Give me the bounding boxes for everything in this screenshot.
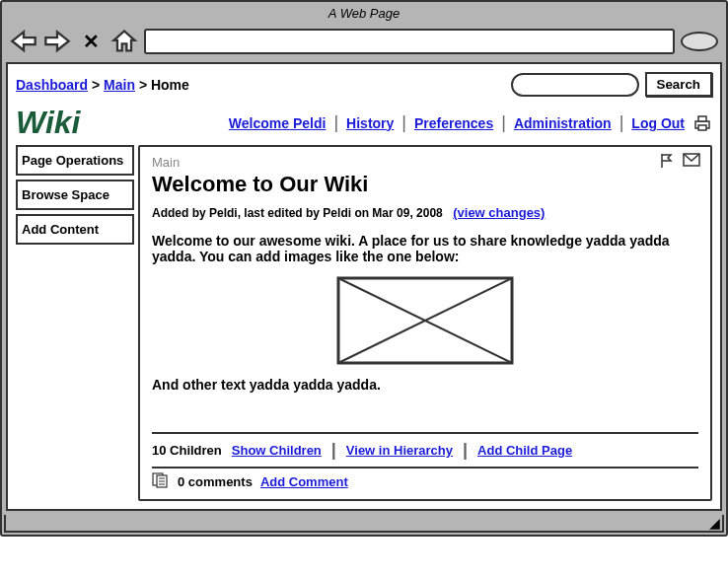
chevron-icon: > — [139, 77, 151, 93]
comments-count: 0 comments — [178, 474, 253, 489]
comments-row: 0 comments Add Comment — [152, 467, 698, 491]
browser-toolbar: ✕ — [2, 25, 726, 58]
resize-grip-icon[interactable]: ◢ — [709, 515, 720, 531]
nav-welcome[interactable]: Welcome Peldi — [229, 115, 327, 131]
window-title: A Web Page — [2, 2, 726, 25]
page-panel: Main Welcome to Our Wiki Added by Peldi,… — [138, 145, 712, 501]
go-button[interactable] — [681, 32, 718, 51]
nav-history[interactable]: History — [346, 115, 394, 131]
panel-breadcrumb: Main — [152, 155, 698, 170]
nav-logout[interactable]: Log Out — [631, 115, 685, 131]
nav-preferences[interactable]: Preferences — [414, 115, 493, 131]
url-bar[interactable] — [144, 29, 675, 54]
sidebar-page-operations[interactable]: Page Operations — [16, 145, 134, 176]
show-children-link[interactable]: Show Children — [232, 443, 322, 458]
stop-icon[interactable]: ✕ — [77, 30, 105, 53]
svg-rect-1 — [698, 116, 706, 121]
add-child-page-link[interactable]: Add Child Page — [477, 443, 572, 458]
top-nav: Welcome Peldi | History | Preferences | … — [229, 112, 712, 133]
children-row: 10 Children Show Children | View in Hier… — [152, 432, 698, 461]
body-paragraph-1: Welcome to our awesome wiki. A place for… — [152, 233, 698, 264]
page-title: Welcome to Our Wiki — [152, 172, 698, 197]
comments-icon — [152, 472, 170, 491]
printer-icon[interactable] — [692, 114, 712, 132]
svg-rect-2 — [698, 125, 706, 130]
chevron-icon: > — [92, 77, 104, 93]
flag-icon[interactable] — [659, 153, 675, 173]
sidebar-browse-space[interactable]: Browse Space — [16, 180, 134, 210]
logo: Wiki — [16, 105, 81, 141]
body-paragraph-2: And other text yadda yadda yadda. — [152, 377, 698, 393]
add-comment-link[interactable]: Add Comment — [260, 474, 348, 489]
sidebar: Page Operations Browse Space Add Content — [16, 145, 134, 501]
nav-administration[interactable]: Administration — [514, 115, 612, 131]
breadcrumb-main[interactable]: Main — [104, 77, 135, 93]
children-count: 10 Children — [152, 443, 222, 458]
view-hierarchy-link[interactable]: View in Hierarchy — [346, 443, 453, 458]
byline: Added by Peldi, last edited by Peldi on … — [152, 206, 443, 220]
breadcrumb-dashboard[interactable]: Dashboard — [16, 77, 88, 93]
sidebar-add-content[interactable]: Add Content — [16, 214, 134, 245]
search-button[interactable]: Search — [645, 72, 712, 97]
search-input[interactable] — [511, 73, 639, 97]
home-icon[interactable] — [110, 30, 138, 53]
mail-icon[interactable] — [683, 153, 700, 173]
image-placeholder — [336, 276, 514, 365]
status-bar: ◢ — [4, 515, 724, 533]
breadcrumb-home: Home — [151, 77, 189, 93]
page-content: Dashboard > Main > Home Search Wiki Welc… — [6, 62, 722, 511]
back-icon[interactable] — [10, 30, 37, 53]
forward-icon[interactable] — [43, 30, 71, 53]
breadcrumb: Dashboard > Main > Home — [16, 77, 189, 93]
view-changes-link[interactable]: (view changes) — [453, 205, 545, 220]
